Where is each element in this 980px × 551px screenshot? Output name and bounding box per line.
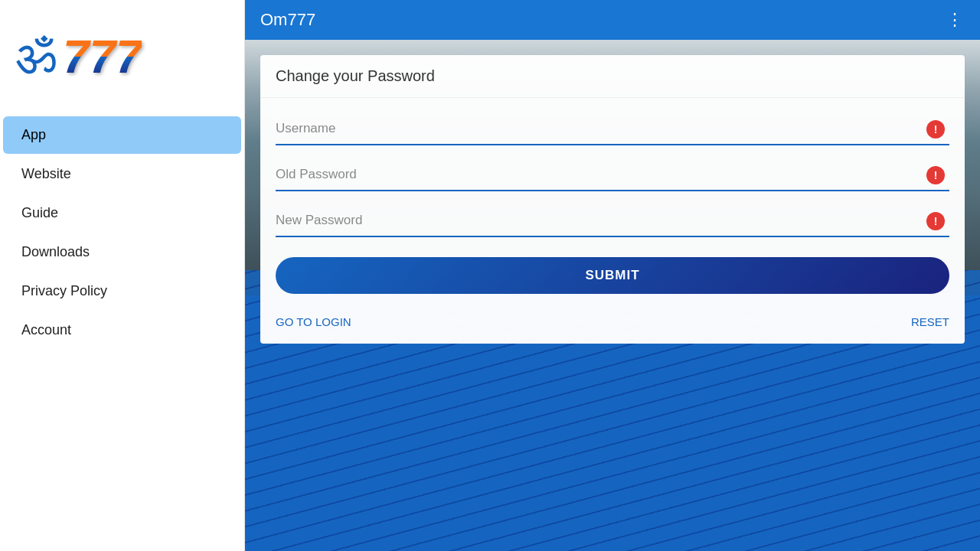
form-body: ! ! ! SUBMIT — [260, 98, 965, 308]
logo-area: ॐ 777 — [0, 0, 244, 107]
nav-menu: App Website Guide Downloads Privacy Poli… — [0, 115, 244, 551]
form-header: Change your Password — [260, 55, 965, 98]
sidebar-item-website[interactable]: Website — [3, 155, 241, 193]
logo-777: 777 — [63, 33, 142, 80]
username-field-group: ! — [276, 113, 949, 145]
sidebar: ॐ 777 App Website Guide Downloads Privac… — [0, 0, 245, 551]
old-password-input[interactable] — [276, 159, 949, 191]
more-options-icon[interactable]: ⋮ — [946, 10, 965, 30]
new-password-error-icon: ! — [926, 212, 945, 230]
sidebar-item-downloads[interactable]: Downloads — [3, 233, 241, 271]
main-content: Om777 ⋮ Change your Password ! ! — [245, 0, 980, 551]
change-password-card: Change your Password ! ! ! SUBMI — [260, 55, 965, 344]
new-password-input[interactable] — [276, 205, 949, 237]
old-password-field-group: ! — [276, 159, 949, 191]
new-password-field-group: ! — [276, 205, 949, 237]
sidebar-item-guide[interactable]: Guide — [3, 194, 241, 232]
topbar: Om777 ⋮ — [245, 0, 980, 40]
topbar-title: Om777 — [260, 10, 315, 30]
form-links: GO TO LOGIN RESET — [260, 308, 965, 328]
content-area: Change your Password ! ! ! SUBMI — [245, 40, 980, 551]
old-password-error-icon: ! — [926, 166, 945, 184]
go-to-login-link[interactable]: GO TO LOGIN — [276, 315, 351, 328]
sidebar-item-account[interactable]: Account — [3, 311, 241, 349]
om-symbol: ॐ — [15, 32, 57, 81]
username-error-icon: ! — [926, 120, 945, 139]
username-input[interactable] — [276, 113, 949, 145]
sidebar-item-app[interactable]: App — [3, 116, 241, 154]
reset-link[interactable]: RESET — [911, 315, 949, 328]
submit-button[interactable]: SUBMIT — [276, 257, 949, 294]
sidebar-item-privacy-policy[interactable]: Privacy Policy — [3, 272, 241, 310]
